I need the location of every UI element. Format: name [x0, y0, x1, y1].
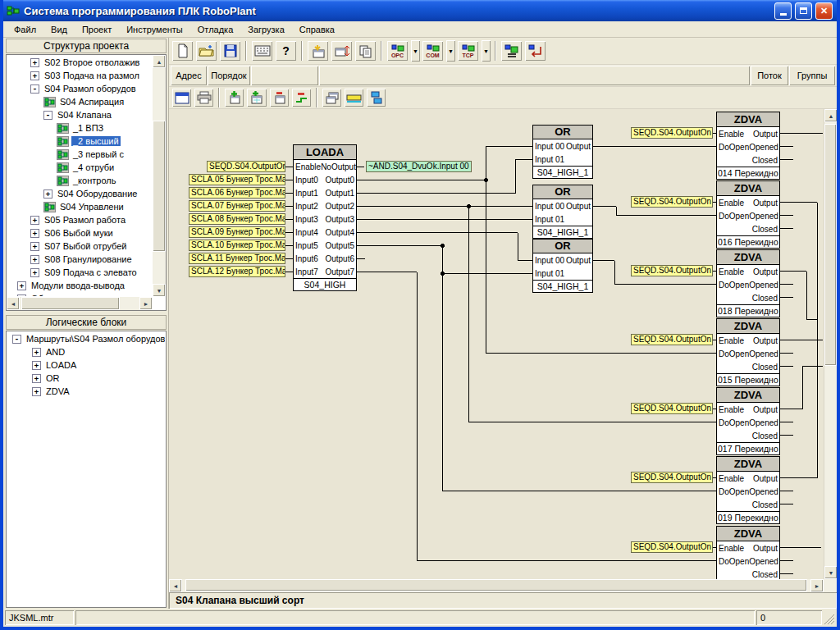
zdva-block-2[interactable]: ZDVAEnableOutputDoOpenOpenedClosed016 Пе… [716, 180, 780, 249]
expand-icon[interactable]: + [32, 361, 41, 370]
hscroll-thumb[interactable] [185, 579, 807, 591]
scroll-right-arrow-icon[interactable]: ► [810, 579, 824, 592]
input-label-scla[interactable]: SCLA.11 Бункер Трос.Max [189, 253, 285, 264]
zdva-enable-label-1[interactable]: SEQD.S04.OutputOn [631, 127, 713, 139]
tree-item-blocks-4[interactable]: +OR [7, 372, 165, 385]
tree-item-project-8[interactable]: _3 первый с [7, 148, 152, 161]
scroll-down-arrow-icon[interactable]: ▼ [824, 566, 838, 579]
zdva-block-6[interactable]: ZDVAEnableOutputDoOpenOpenedClosed019 Пе… [716, 456, 780, 524]
empty-header-button[interactable] [251, 66, 318, 85]
input-label-scla[interactable]: SCLA.09 Бункер Трос.Max [189, 226, 285, 238]
scroll-up-arrow-icon[interactable]: ▲ [153, 55, 166, 68]
copy-button[interactable] [354, 40, 377, 62]
input-label-scla[interactable]: SCLA.05 Бункер Трос.Max [189, 174, 285, 185]
tree-item-project-14[interactable]: +S06 Выбой муки [7, 226, 152, 240]
print-button[interactable] [194, 88, 214, 107]
tree-item-project-17[interactable]: +S09 Подача с элевато [7, 266, 152, 279]
remove-connection-button[interactable] [291, 88, 312, 107]
tree-item-project-15[interactable]: +S07 Выбой отрубей [7, 240, 152, 253]
menu-item-6[interactable]: Загрузка [240, 23, 291, 36]
new-button[interactable] [171, 40, 194, 62]
input-label-scla[interactable]: SCLA.10 Бункер Трос.Max [189, 240, 285, 251]
menu-item-3[interactable]: Проект [75, 23, 119, 36]
zdva-enable-label-5[interactable]: SEQD.S04.OutputOn [631, 403, 713, 414]
tree-item-blocks-3[interactable]: +LOADA [7, 358, 165, 372]
tree-item-project-12[interactable]: S04 Управлени [7, 200, 152, 213]
project-tree-vscrollbar[interactable]: ▲ ▼ [153, 55, 166, 297]
expand-icon[interactable]: + [30, 255, 39, 264]
tree-item-project-18[interactable]: +Модули ввода-вывода [7, 279, 152, 292]
vscroll-thumb[interactable] [153, 121, 166, 252]
tree-item-project-4[interactable]: S04 Аспирация [7, 95, 152, 108]
expand-icon[interactable]: + [30, 229, 39, 238]
zdva-block-3[interactable]: ZDVAEnableOutputDoOpenOpenedClosed018 Пе… [716, 249, 780, 317]
nooutput-label[interactable]: ~AND.S04_DvuOk.Input 00 [366, 161, 472, 172]
scroll-up-arrow-icon[interactable]: ▲ [824, 109, 838, 122]
diagram-vscrollbar[interactable]: ▲ ▼ [824, 109, 837, 579]
zdva-enable-label-2[interactable]: SEQD.S04.OutputOn [631, 196, 713, 208]
tree-item-blocks-2[interactable]: +AND [7, 345, 165, 358]
tree-item-project-10[interactable]: _контроль [7, 174, 152, 187]
expand-icon[interactable]: + [30, 58, 39, 67]
address-header-button[interactable]: Адрес [171, 66, 207, 85]
expand-icon[interactable]: + [32, 348, 41, 357]
tree-item-project-6[interactable]: _1 ВПЗ [7, 121, 152, 135]
expand-icon[interactable]: + [43, 189, 52, 199]
add-block-with-table-button[interactable] [246, 88, 267, 107]
save-button[interactable] [219, 40, 241, 62]
menu-item-4[interactable]: Инструменты [119, 23, 190, 36]
expand-icon[interactable]: + [17, 294, 26, 297]
tree-item-blocks-1[interactable]: -Маршруты\S04 Размол оборудов [7, 332, 165, 345]
input-label-scla[interactable]: SCLA.12 Бункер Трос.Max [189, 266, 285, 277]
menu-item-1[interactable]: Файл [7, 23, 43, 36]
empty-header-button[interactable] [319, 66, 750, 85]
upload-return-button[interactable] [524, 40, 546, 62]
add-block-button[interactable] [224, 88, 244, 107]
remove-block-button[interactable] [269, 88, 290, 107]
or-block-2[interactable]: ORInput 00OutputInput 01S04_HIGH_1 [532, 185, 593, 239]
arrange-blocks-button[interactable] [322, 88, 342, 107]
collapse-icon[interactable]: - [12, 335, 21, 344]
collapse-icon[interactable]: - [30, 84, 39, 94]
tcp-connect-button[interactable]: TCP [457, 40, 479, 62]
opc-dropdown-arrow[interactable]: ▼ [411, 40, 420, 62]
expand-icon[interactable]: + [30, 216, 39, 225]
loada-block[interactable]: LOADAEnableNoOutputInput0Output0Input1Ou… [293, 144, 357, 291]
expand-icon[interactable]: + [30, 242, 39, 251]
zdva-enable-label-4[interactable]: SEQD.S04.OutputOn [631, 334, 713, 345]
help-button[interactable]: ? [275, 40, 297, 62]
tree-item-project-7[interactable]: _2 высший [7, 135, 152, 148]
close-button[interactable]: ✕ [815, 2, 833, 20]
collapse-icon[interactable]: - [43, 111, 52, 120]
scroll-left-arrow-icon[interactable]: ◄ [169, 579, 182, 592]
menu-item-2[interactable]: Вид [43, 23, 75, 36]
open-button[interactable] [195, 40, 217, 62]
opc-connect-button[interactable]: OPC [386, 40, 409, 62]
maximize-button[interactable] [795, 2, 812, 20]
tree-item-project-16[interactable]: +S08 Гранулирование [7, 253, 152, 266]
com-dropdown-arrow[interactable]: ▼ [446, 40, 455, 62]
groups-header-button[interactable]: Группы [789, 66, 835, 85]
zdva-enable-label-6[interactable]: SEQD.S04.OutputOn [631, 472, 713, 483]
export-blocks-button[interactable] [331, 40, 353, 62]
hscroll-thumb[interactable] [21, 297, 120, 310]
expand-icon[interactable]: + [30, 71, 39, 80]
tree-item-project-19[interactable]: +Оборудование [7, 292, 152, 296]
input-label-scla[interactable]: SCLA.08 Бункер Трос.Max [189, 213, 285, 225]
zdva-enable-label-3[interactable]: SEQD.S04.OutputOn [631, 265, 713, 276]
input-label-scla[interactable]: SCLA.06 Бункер Трос.Max [189, 187, 285, 199]
resize-grip[interactable] [824, 614, 835, 625]
tree-item-blocks-5[interactable]: +ZDVA [7, 385, 165, 398]
fbd-canvas[interactable]: LOADAEnableNoOutputInput0Output0Input1Ou… [169, 109, 824, 579]
scroll-left-arrow-icon[interactable]: ◄ [7, 297, 20, 310]
com-connect-button[interactable]: COM [422, 40, 444, 62]
expand-icon[interactable]: + [32, 374, 41, 383]
tree-item-project-13[interactable]: +S05 Размол работа [7, 213, 152, 226]
menu-item-5[interactable]: Отладка [190, 23, 240, 36]
tcp-dropdown-arrow[interactable]: ▼ [482, 40, 491, 62]
zdva-block-4[interactable]: ZDVAEnableOutputDoOpenOpenedClosed015 Пе… [716, 318, 780, 386]
input-label-seqd[interactable]: SEQD.S04.OutputOn [207, 161, 285, 172]
order-header-button[interactable]: Порядок [208, 66, 250, 85]
or-block-3[interactable]: ORInput 00OutputInput 01S04_HIGH_1 [532, 239, 593, 293]
flow-header-button[interactable]: Поток [751, 66, 788, 85]
